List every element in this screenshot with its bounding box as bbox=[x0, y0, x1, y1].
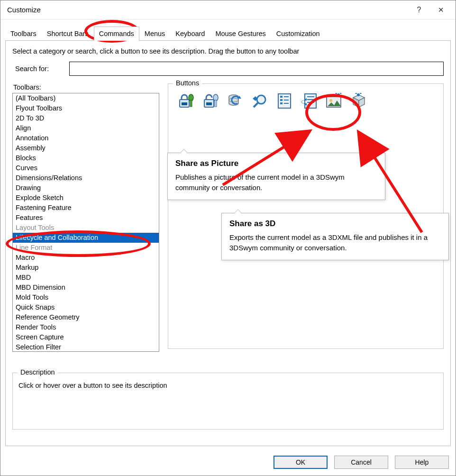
search-label: Search for: bbox=[12, 65, 69, 73]
share-3d-icon[interactable] bbox=[349, 92, 368, 110]
list-item[interactable]: Blocks bbox=[13, 153, 159, 163]
svg-rect-14 bbox=[280, 99, 283, 101]
list-item[interactable]: 2D To 3D bbox=[13, 113, 159, 123]
close-icon: ✕ bbox=[438, 6, 444, 14]
toolbars-label: Toolbars: bbox=[12, 83, 159, 91]
list-item[interactable]: Flyout Toolbars bbox=[13, 103, 159, 113]
tab-commands[interactable]: Commands bbox=[94, 27, 139, 41]
svg-rect-1 bbox=[182, 102, 187, 105]
dialog-footer: OK Cancel Help bbox=[0, 451, 456, 476]
tab-keyboard[interactable]: Keyboard bbox=[170, 27, 210, 41]
list-item[interactable]: Layout Tools bbox=[13, 223, 159, 233]
help-button-footer[interactable]: Help bbox=[395, 456, 449, 469]
buttons-panel: Buttons Share as Picture Publishes a pic… bbox=[168, 83, 444, 349]
help-button[interactable]: ? bbox=[408, 1, 430, 19]
tooltip-share-3d: Share as 3D Exports the current model as… bbox=[221, 213, 449, 260]
svg-rect-13 bbox=[280, 96, 283, 98]
svg-point-25 bbox=[337, 93, 340, 96]
svg-point-24 bbox=[329, 99, 332, 102]
list-item[interactable]: Assembly bbox=[13, 143, 159, 153]
tab-panel-commands: Select a category or search, click a but… bbox=[5, 40, 451, 446]
ok-button[interactable]: OK bbox=[274, 456, 328, 469]
svg-rect-7 bbox=[215, 100, 217, 107]
list-item[interactable]: Render Tools bbox=[13, 322, 159, 332]
dialog-title: Customize bbox=[7, 6, 408, 14]
svg-rect-12 bbox=[278, 94, 291, 108]
database-refresh-icon[interactable] bbox=[226, 92, 245, 110]
svg-rect-5 bbox=[206, 102, 212, 105]
buttons-row bbox=[174, 92, 438, 110]
svg-rect-15 bbox=[280, 102, 283, 104]
tooltip-body: Publishes a picture of the current model… bbox=[175, 172, 377, 193]
list-item[interactable]: Annotation bbox=[13, 133, 159, 143]
list-item[interactable]: Macro bbox=[13, 253, 159, 263]
list-item[interactable]: MBD bbox=[13, 273, 159, 283]
list-item[interactable]: Line Format bbox=[13, 243, 159, 253]
tab-menus[interactable]: Menus bbox=[139, 27, 171, 41]
search-icon[interactable] bbox=[251, 92, 270, 110]
list-item[interactable]: Reference Geometry bbox=[13, 312, 159, 322]
description-text: Click or hover over a button to see its … bbox=[18, 382, 438, 389]
tab-toolbars[interactable]: Toolbars bbox=[5, 27, 42, 41]
list-item[interactable]: Markup bbox=[13, 263, 159, 273]
list-item[interactable]: MBD Dimension bbox=[13, 283, 159, 293]
tab-shortcut-bars[interactable]: Shortcut Bars bbox=[42, 27, 94, 41]
tooltip-title: Share as Picture bbox=[175, 159, 377, 168]
list-item[interactable]: Selection Filter bbox=[13, 342, 159, 352]
list-icon[interactable] bbox=[275, 92, 294, 110]
list-item[interactable]: Screen Capture bbox=[13, 332, 159, 342]
customize-dialog: Customize ? ✕ Toolbars Shortcut Bars Com… bbox=[0, 0, 456, 476]
svg-rect-3 bbox=[190, 100, 192, 107]
tab-strip: Toolbars Shortcut Bars Commands Menus Ke… bbox=[0, 19, 456, 40]
unlock-key-icon[interactable] bbox=[201, 92, 220, 110]
help-icon: ? bbox=[417, 6, 421, 14]
search-input[interactable] bbox=[69, 62, 444, 76]
description-panel: Description Click or hover over a button… bbox=[12, 373, 444, 430]
search-row: Search for: bbox=[12, 62, 444, 76]
toolbars-listbox[interactable]: (All Toolbars)Flyout Toolbars2D To 3DAli… bbox=[12, 93, 159, 352]
tooltip-share-picture: Share as Picture Publishes a picture of … bbox=[167, 153, 385, 200]
list-item[interactable]: Features bbox=[13, 213, 159, 223]
list-item[interactable]: Dimensions/Relations bbox=[13, 173, 159, 183]
tab-customization[interactable]: Customization bbox=[271, 27, 325, 41]
description-legend: Description bbox=[18, 368, 58, 376]
intro-text: Select a category or search, click a but… bbox=[12, 47, 444, 55]
list-item[interactable]: Explode Sketch bbox=[13, 193, 159, 203]
list-item[interactable]: Quick Snaps bbox=[13, 302, 159, 312]
svg-point-26 bbox=[357, 93, 360, 96]
share-picture-icon[interactable] bbox=[325, 92, 344, 110]
buttons-legend: Buttons bbox=[173, 79, 202, 87]
cancel-button[interactable]: Cancel bbox=[334, 456, 388, 469]
tooltip-title: Share as 3D bbox=[229, 219, 441, 229]
list-arrow-icon[interactable] bbox=[300, 92, 319, 110]
list-item[interactable]: Drawing bbox=[13, 183, 159, 193]
list-item[interactable]: Lifecycle and Collaboration bbox=[13, 233, 159, 243]
list-item[interactable]: (All Toolbars) bbox=[13, 93, 159, 103]
close-button[interactable]: ✕ bbox=[430, 1, 452, 19]
list-item[interactable]: Align bbox=[13, 123, 159, 133]
tooltip-body: Exports the current model as a 3DXML fil… bbox=[229, 232, 441, 253]
list-item[interactable]: Mold Tools bbox=[13, 293, 159, 302]
tab-mouse-gestures[interactable]: Mouse Gestures bbox=[210, 27, 271, 41]
svg-point-10 bbox=[257, 95, 265, 104]
svg-rect-19 bbox=[305, 94, 316, 108]
list-item[interactable]: Curves bbox=[13, 163, 159, 173]
title-bar: Customize ? ✕ bbox=[0, 0, 456, 19]
list-item[interactable]: Fastening Feature bbox=[13, 203, 159, 213]
svg-line-11 bbox=[254, 103, 258, 107]
lock-key-icon[interactable] bbox=[177, 92, 196, 110]
